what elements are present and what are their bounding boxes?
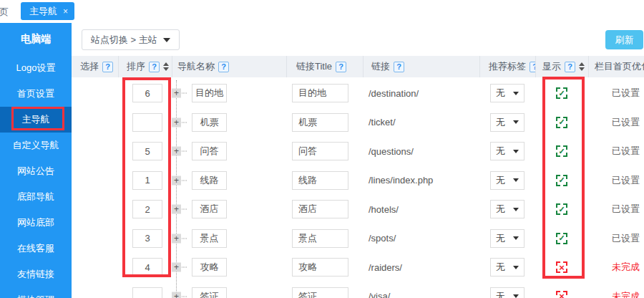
link-title-input[interactable]: [292, 113, 348, 132]
sidebar-item-底部导航[interactable]: 底部导航: [0, 184, 72, 210]
tree-expand-icon[interactable]: +: [172, 117, 181, 127]
sort-order-input[interactable]: [132, 113, 162, 132]
sidebar-item-自定义导航[interactable]: 自定义导航: [0, 133, 72, 158]
tag-select[interactable]: 无: [490, 113, 525, 132]
site-switch-label: 站点切换 > 主站: [91, 34, 157, 47]
visible-checkbox[interactable]: ×: [556, 291, 567, 298]
nav-name-input[interactable]: [192, 287, 227, 298]
link-title-input[interactable]: [292, 84, 348, 102]
sidebar-item-Logo设置[interactable]: Logo设置: [0, 55, 72, 81]
help-icon[interactable]: ?: [102, 62, 113, 72]
chevron-down-icon: [513, 150, 519, 153]
tree-expand-icon[interactable]: +: [172, 147, 181, 156]
visible-checkbox[interactable]: ✓: [556, 87, 567, 99]
sidebar-items: Logo设置首页设置主导航自定义导航网站公告底部导航网站底部在线客服友情链接模块…: [0, 55, 72, 298]
chevron-down-icon: [513, 208, 519, 211]
tab-home[interactable]: 主页: [0, 6, 9, 19]
sidebar-item-在线客服[interactable]: 在线客服: [0, 236, 72, 261]
sort-order-input[interactable]: [132, 258, 162, 277]
status-text: 已设置: [588, 116, 644, 129]
nav-name-input[interactable]: [192, 229, 227, 248]
link-title-input[interactable]: [292, 229, 348, 248]
help-icon[interactable]: ?: [218, 62, 229, 72]
tag-cell: 无: [479, 171, 535, 190]
tag-select[interactable]: 无: [490, 142, 525, 160]
nav-name-input[interactable]: [192, 171, 227, 190]
nav-name-cell: +: [172, 137, 286, 166]
tag-select[interactable]: 无: [490, 84, 525, 102]
tag-cell: 无: [479, 142, 535, 160]
column-header-tag: 推荐标签 ?: [479, 56, 535, 77]
help-icon[interactable]: ?: [530, 62, 535, 72]
tree-expand-icon[interactable]: +: [172, 89, 181, 98]
visible-checkbox[interactable]: ✓: [556, 117, 567, 128]
tree-expand-icon[interactable]: +: [172, 234, 181, 243]
link-url: /raiders/: [363, 262, 479, 273]
table-row: + /ticket/ 无 ✓ 已设置: [72, 108, 644, 138]
nav-name-input[interactable]: [192, 258, 227, 277]
link-title-input[interactable]: [292, 171, 348, 190]
sidebar-item-网站公告[interactable]: 网站公告: [0, 158, 72, 184]
sort-order-input[interactable]: [132, 84, 162, 102]
sidebar-item-友情链接[interactable]: 友情链接: [0, 261, 72, 287]
link-title-cell: [286, 229, 363, 248]
sidebar: 电脑端 Logo设置首页设置主导航自定义导航网站公告底部导航网站底部在线客服友情…: [0, 23, 72, 298]
tag-select-value: 无: [496, 87, 505, 100]
link-title-input[interactable]: [292, 142, 348, 160]
sort-order-input[interactable]: [132, 171, 162, 190]
site-switch-dropdown[interactable]: 站点切换 > 主站: [82, 29, 180, 50]
tab-main-nav[interactable]: 主导航 ×: [21, 2, 74, 20]
sort-order-input[interactable]: [132, 287, 162, 298]
close-icon[interactable]: ×: [63, 7, 68, 16]
sidebar-item-网站底部[interactable]: 网站底部: [0, 210, 72, 236]
tag-select[interactable]: 无: [490, 171, 525, 190]
tag-cell: 无: [479, 287, 535, 298]
help-icon[interactable]: ?: [394, 62, 404, 72]
status-text: 未完成: [588, 261, 644, 274]
sort-order-input[interactable]: [132, 142, 162, 160]
help-icon[interactable]: ?: [565, 62, 575, 72]
sort-order-input[interactable]: [132, 229, 162, 248]
table-row: + /raiders/ 无 × 未完成: [72, 253, 644, 282]
visible-checkbox[interactable]: ✓: [556, 145, 567, 157]
nav-name-input[interactable]: [192, 84, 227, 102]
tag-select-value: 无: [496, 232, 505, 245]
visible-checkbox[interactable]: ✓: [556, 203, 567, 215]
sort-cell: [118, 142, 172, 160]
sort-arrows-icon[interactable]: [163, 62, 169, 71]
tag-select[interactable]: 无: [490, 287, 525, 298]
sidebar-item-首页设置[interactable]: 首页设置: [0, 81, 72, 107]
status-text: 未完成: [588, 290, 644, 298]
link-title-input[interactable]: [292, 258, 348, 277]
sidebar-item-模块管理[interactable]: 模块管理: [0, 287, 72, 298]
link-title-input[interactable]: [292, 200, 348, 218]
column-header-select: 选择 ?: [72, 56, 118, 77]
visible-cell: ×: [535, 291, 588, 298]
tag-cell: 无: [479, 113, 535, 132]
tag-select[interactable]: 无: [490, 200, 525, 218]
sidebar-item-主导航[interactable]: 主导航: [0, 107, 72, 133]
sort-order-input[interactable]: [132, 200, 162, 218]
tab-bar: 主页 主导航 ×: [0, 0, 644, 23]
table-row: + /destination/ 无 ✓ 已设置: [72, 79, 644, 108]
visible-cell: ✓: [535, 117, 588, 128]
tag-select-value: 无: [496, 203, 505, 216]
tree-expand-icon[interactable]: +: [172, 263, 181, 272]
tree-expand-icon[interactable]: +: [172, 176, 181, 185]
help-icon[interactable]: ?: [149, 62, 160, 72]
tag-select[interactable]: 无: [490, 229, 525, 248]
visible-checkbox[interactable]: ✓: [556, 233, 567, 244]
link-title-input[interactable]: [292, 287, 348, 298]
nav-name-input[interactable]: [192, 200, 227, 218]
nav-name-input[interactable]: [192, 113, 227, 132]
tag-select[interactable]: 无: [490, 258, 525, 277]
tree-expand-icon[interactable]: +: [172, 292, 181, 298]
help-icon[interactable]: ?: [336, 62, 346, 72]
sort-arrows-icon[interactable]: [579, 62, 585, 71]
tree-expand-icon[interactable]: +: [172, 205, 181, 214]
visible-cell: ×: [535, 261, 588, 273]
visible-checkbox[interactable]: ×: [556, 261, 567, 273]
refresh-button[interactable]: 刷新: [605, 30, 643, 49]
nav-name-input[interactable]: [192, 142, 227, 160]
visible-checkbox[interactable]: ✓: [556, 175, 567, 186]
